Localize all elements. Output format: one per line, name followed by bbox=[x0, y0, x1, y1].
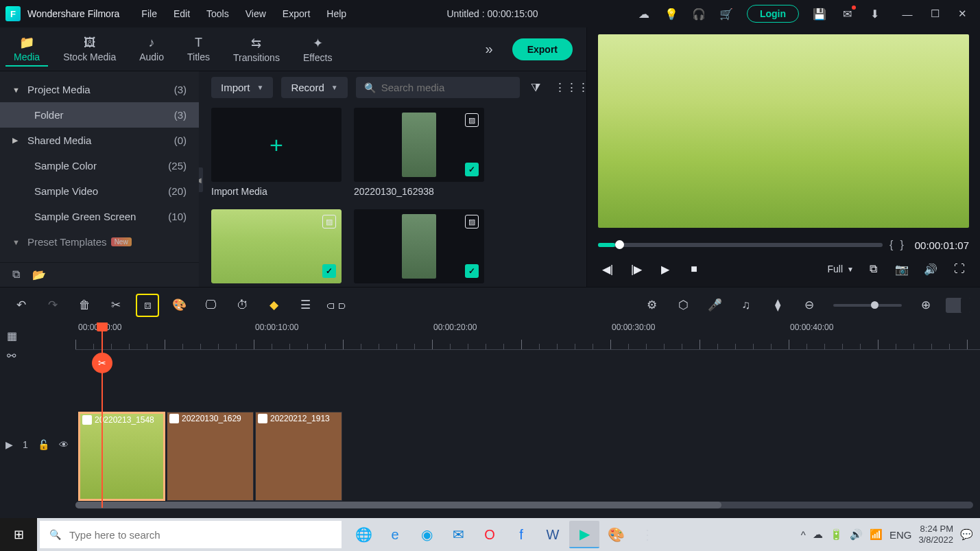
fullscreen-icon[interactable]: ⛶ bbox=[950, 263, 969, 275]
tab-effects[interactable]: ✦Effects bbox=[295, 33, 341, 66]
mixer-button[interactable]: ♫ bbox=[734, 294, 758, 317]
tab-audio[interactable]: ♪Audio bbox=[131, 33, 172, 65]
screen-mirror-icon[interactable]: ⧉ bbox=[863, 263, 883, 275]
volume-icon[interactable]: 🔊 bbox=[921, 263, 940, 276]
timeline-link-icon[interactable]: ⚯ bbox=[7, 349, 17, 362]
playhead[interactable]: ✂ bbox=[101, 323, 103, 508]
speed-button[interactable]: ⏱ bbox=[230, 294, 254, 317]
save-icon[interactable]: 💾 bbox=[810, 4, 829, 23]
fit-button[interactable]: ⧫ bbox=[766, 294, 789, 317]
play-button[interactable]: ▶ bbox=[656, 263, 675, 276]
media-search[interactable]: 🔍 bbox=[356, 77, 520, 98]
media-item[interactable]: ▨ ✓ bbox=[211, 209, 342, 283]
mark-out-icon[interactable]: } bbox=[900, 239, 903, 251]
export-button[interactable]: Export bbox=[512, 38, 573, 60]
cart-icon[interactable]: 🛒 bbox=[717, 4, 736, 23]
timeline-clip[interactable]: 20220130_1629 bbox=[167, 412, 254, 501]
open-folder-icon[interactable]: 📂 bbox=[32, 268, 46, 281]
playhead-split-icon[interactable]: ✂ bbox=[92, 353, 112, 373]
chrome-icon[interactable]: 🌐 bbox=[348, 521, 379, 548]
menu-export[interactable]: Export bbox=[276, 5, 317, 22]
sidebar-item-sample-color[interactable]: Sample Color (25) bbox=[0, 153, 199, 178]
new-folder-icon[interactable]: ⧉ bbox=[12, 268, 20, 281]
start-button[interactable]: ⊞ bbox=[0, 518, 37, 551]
sidebar-item-project-media[interactable]: ▼ Project Media (3) bbox=[0, 77, 199, 102]
close-button[interactable]: ✕ bbox=[950, 4, 975, 23]
timeline-scrollbar[interactable] bbox=[75, 502, 973, 508]
preview-quality-dropdown[interactable]: Full▼ bbox=[828, 263, 854, 274]
sidebar-collapse-handle[interactable]: ◀ bbox=[199, 167, 203, 192]
filmora-taskbar-icon[interactable]: ▶ bbox=[569, 521, 599, 548]
grid-view-icon[interactable]: ⋮⋮⋮ bbox=[551, 78, 586, 97]
audio-wave-button[interactable]: ⫏⫐ bbox=[325, 294, 348, 317]
opera-icon[interactable]: O bbox=[475, 521, 505, 548]
sidebar-item-preset-templates[interactable]: ▼ Preset Templates New bbox=[0, 229, 199, 255]
notifications-icon[interactable]: 💬 bbox=[960, 528, 973, 541]
more-icon[interactable]: ⋮ bbox=[632, 521, 662, 548]
timeline-list-icon[interactable]: ▦ bbox=[7, 329, 17, 342]
support-icon[interactable]: 🎧 bbox=[689, 4, 708, 23]
track-header[interactable]: ▶ 1 🔓 👁 bbox=[5, 439, 69, 450]
idea-icon[interactable]: 💡 bbox=[662, 4, 681, 23]
edge-icon[interactable]: ◉ bbox=[411, 521, 442, 548]
menu-help[interactable]: Help bbox=[320, 5, 353, 22]
timeline-ruler[interactable]: 00:00:00:00 00:00:10:00 00:00:20:00 00:0… bbox=[75, 323, 980, 350]
paint-icon[interactable]: 🎨 bbox=[601, 521, 631, 548]
zoom-out-button[interactable]: ⊖ bbox=[798, 294, 821, 317]
crop-button[interactable]: ⧈ bbox=[136, 294, 159, 317]
screen-button[interactable]: 🖵 bbox=[199, 294, 222, 317]
tab-transitions[interactable]: ⇆Transitions bbox=[225, 33, 288, 66]
delete-button[interactable]: 🗑 bbox=[73, 294, 96, 317]
sound-tray-icon[interactable]: 🔊 bbox=[850, 528, 863, 541]
menu-view[interactable]: View bbox=[239, 5, 273, 22]
stop-button[interactable]: ■ bbox=[684, 263, 704, 275]
sidebar-item-folder[interactable]: Folder (3) bbox=[0, 102, 199, 128]
keyframe-button[interactable]: ◆ bbox=[262, 294, 285, 317]
tab-titles[interactable]: TTitles bbox=[179, 33, 218, 65]
battery-icon[interactable]: 🔋 bbox=[830, 528, 843, 541]
timeline-toggle[interactable] bbox=[946, 298, 970, 313]
clock[interactable]: 8:24 PM 3/8/2022 bbox=[918, 524, 953, 545]
ie-icon[interactable]: e bbox=[380, 521, 410, 548]
wifi-icon[interactable]: 📶 bbox=[870, 528, 883, 541]
adjust-button[interactable]: ☰ bbox=[294, 294, 317, 317]
snapshot-icon[interactable]: 📷 bbox=[892, 263, 911, 276]
next-frame-button[interactable]: |▶ bbox=[627, 263, 646, 276]
tab-stock-media[interactable]: 🖼Stock Media bbox=[55, 33, 124, 65]
word-icon[interactable]: W bbox=[538, 521, 568, 548]
tab-media[interactable]: 📁Media bbox=[5, 32, 48, 67]
onedrive-icon[interactable]: ☁ bbox=[813, 528, 823, 541]
voiceover-button[interactable]: 🎤 bbox=[703, 294, 726, 317]
record-dropdown[interactable]: Record▼ bbox=[281, 77, 347, 98]
media-item[interactable]: ▨ ✓ bbox=[354, 209, 484, 283]
menu-edit[interactable]: Edit bbox=[167, 5, 197, 22]
color-button[interactable]: 🎨 bbox=[167, 294, 191, 317]
language-indicator[interactable]: ENG bbox=[889, 529, 912, 541]
facebook-icon[interactable]: f bbox=[506, 521, 536, 548]
login-button[interactable]: Login bbox=[747, 5, 799, 23]
preview-scrubber[interactable] bbox=[598, 243, 883, 247]
cloud-icon[interactable]: ☁ bbox=[634, 4, 654, 23]
mail-icon[interactable]: ✉ bbox=[837, 4, 857, 23]
zoom-in-button[interactable]: ⊕ bbox=[914, 294, 937, 317]
sidebar-item-sample-green[interactable]: Sample Green Screen (10) bbox=[0, 204, 199, 229]
search-input[interactable] bbox=[381, 82, 512, 93]
sidebar-item-shared-media[interactable]: ▶ Shared Media (0) bbox=[0, 128, 199, 153]
visibility-icon[interactable]: 👁 bbox=[59, 439, 69, 450]
taskbar-search-input[interactable] bbox=[69, 529, 332, 541]
taskbar-search[interactable]: 🔍 bbox=[40, 521, 342, 548]
menu-tools[interactable]: Tools bbox=[200, 5, 236, 22]
maximize-button[interactable]: ☐ bbox=[922, 4, 947, 23]
redo-button[interactable]: ↷ bbox=[41, 294, 64, 317]
tabs-expand-icon[interactable]: » bbox=[479, 41, 500, 57]
split-button[interactable]: ✂ bbox=[104, 294, 128, 317]
menu-file[interactable]: File bbox=[134, 5, 164, 22]
minimize-button[interactable]: — bbox=[895, 4, 920, 23]
media-import-tile[interactable]: + Import Media bbox=[211, 108, 342, 197]
filter-icon[interactable]: ⧩ bbox=[528, 78, 543, 97]
sidebar-item-sample-video[interactable]: Sample Video (20) bbox=[0, 178, 199, 204]
zoom-slider[interactable] bbox=[833, 304, 902, 307]
lock-icon[interactable]: 🔓 bbox=[38, 439, 49, 450]
timeline-clip[interactable]: 20220212_1913 bbox=[255, 412, 342, 501]
mark-in-icon[interactable]: { bbox=[889, 239, 893, 251]
